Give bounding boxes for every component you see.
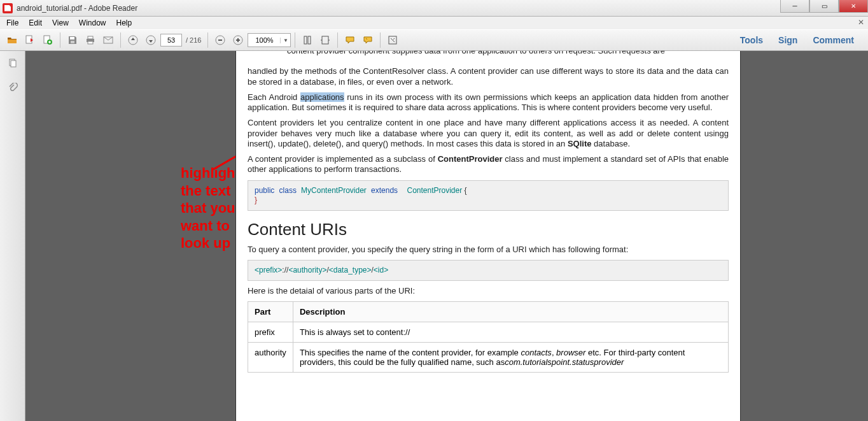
highlight-tool-button[interactable] xyxy=(360,32,376,48)
page-down-button[interactable] xyxy=(143,32,159,48)
svg-rect-7 xyxy=(88,41,93,44)
menu-view[interactable]: View xyxy=(48,17,73,29)
open-button[interactable] xyxy=(4,32,20,48)
paragraph: Each Android applications runs in its ow… xyxy=(248,92,729,113)
menu-edit[interactable]: Edit xyxy=(25,17,46,29)
fit-width-button[interactable] xyxy=(317,32,333,48)
menu-window[interactable]: Window xyxy=(75,17,110,29)
maximize-button[interactable]: ▭ xyxy=(809,0,839,13)
svg-rect-4 xyxy=(71,41,74,43)
paragraph: handled by the methods of the ContentRes… xyxy=(248,66,729,87)
table-row: authorityThis specifies the name of the … xyxy=(248,343,729,373)
paragraph: To query a content provider, you specify… xyxy=(248,245,729,255)
svg-rect-6 xyxy=(88,36,93,39)
window-title: android_tutorial.pdf - Adobe Reader xyxy=(17,4,137,13)
table-header: Part xyxy=(248,302,293,322)
print-button[interactable] xyxy=(82,32,99,48)
document-page[interactable]: A content provider component supplies da… xyxy=(235,51,741,421)
paragraph: Content providers let you centralize con… xyxy=(248,118,729,149)
menu-help[interactable]: Help xyxy=(113,17,136,29)
zoom-input[interactable] xyxy=(248,36,280,44)
window-titlebar: android_tutorial.pdf - Adobe Reader ─ ▭ … xyxy=(0,0,868,17)
adobe-reader-icon xyxy=(3,3,13,13)
minimize-button[interactable]: ─ xyxy=(780,0,809,13)
document-close-button[interactable]: ✕ xyxy=(858,18,864,27)
close-button[interactable]: ✕ xyxy=(839,0,868,13)
highlighted-text[interactable]: applications xyxy=(300,92,344,102)
read-mode-button[interactable] xyxy=(384,32,401,48)
attachments-tab[interactable] xyxy=(4,79,22,97)
annotation-text: highlight the text that you want to look… xyxy=(181,164,240,252)
paragraph: A content provider is implemented as a s… xyxy=(248,154,729,175)
toolbar: / 216 ▼ Tools Sign Comment xyxy=(0,29,868,51)
page-up-button[interactable] xyxy=(125,32,141,48)
code-block: public class MyContentProvider extends C… xyxy=(248,180,729,211)
zoom-combo[interactable]: ▼ xyxy=(248,33,291,47)
svg-rect-14 xyxy=(308,36,311,44)
thumbnails-tab[interactable] xyxy=(4,55,22,73)
paragraph: Here is the detaial of various parts of … xyxy=(248,286,729,296)
menu-bar: File Edit View Window Help xyxy=(0,17,868,29)
zoom-in-button[interactable] xyxy=(230,32,246,48)
svg-rect-3 xyxy=(70,37,74,39)
page-total-label: / 216 xyxy=(186,36,201,44)
table-row: prefixThis is always set to content:// xyxy=(248,322,729,343)
right-gutter xyxy=(741,51,868,421)
fit-page-button[interactable] xyxy=(299,32,316,48)
table-header: Description xyxy=(293,302,728,322)
dropcap: A xyxy=(248,51,281,61)
heading-content-uris: Content URIs xyxy=(248,220,729,239)
create-pdf-button[interactable] xyxy=(39,32,56,48)
svg-rect-13 xyxy=(304,36,307,44)
comment-panel-button[interactable]: Comment xyxy=(809,32,858,48)
export-pdf-button[interactable] xyxy=(22,32,38,48)
left-gutter: highlight the text that you want to look… xyxy=(25,51,235,421)
email-button[interactable] xyxy=(100,32,116,48)
code-block: <prefix>://<authority>/<data_type>/<id> xyxy=(248,260,729,281)
page-number-input[interactable] xyxy=(160,34,182,46)
menu-file[interactable]: File xyxy=(3,17,22,29)
tools-panel-button[interactable]: Tools xyxy=(736,32,767,48)
zoom-out-button[interactable] xyxy=(212,32,228,48)
zoom-dropdown[interactable]: ▼ xyxy=(280,38,290,43)
comment-tool-button[interactable] xyxy=(342,32,358,48)
save-button[interactable] xyxy=(64,32,81,48)
sign-panel-button[interactable]: Sign xyxy=(774,32,801,48)
side-panel-tabs xyxy=(0,51,25,421)
uri-parts-table: PartDescription prefixThis is always set… xyxy=(248,301,729,373)
svg-rect-15 xyxy=(322,36,328,44)
paragraph: content provider component supplies data… xyxy=(287,51,665,56)
svg-rect-18 xyxy=(11,61,16,67)
